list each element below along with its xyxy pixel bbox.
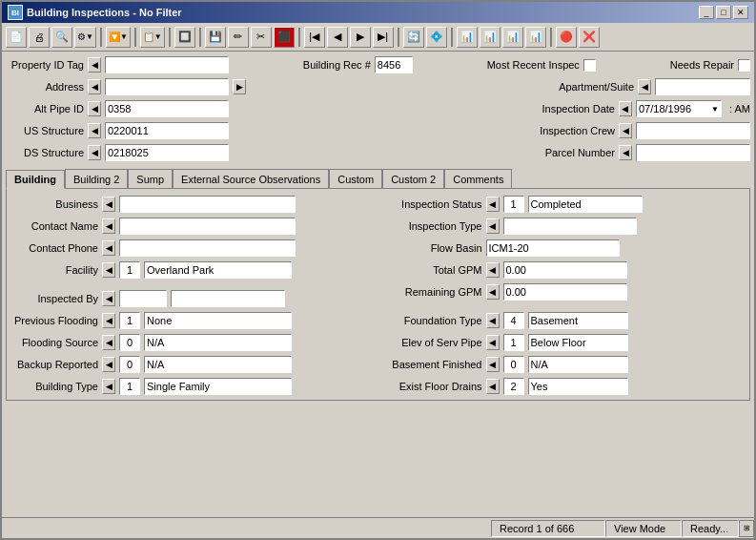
tools-dropdown[interactable]: ⚙▼ [74,27,96,48]
prev-flooding-btn[interactable]: ◀ [102,313,115,328]
first-button[interactable]: |◀ [304,27,325,48]
flooding-source-input[interactable] [144,334,292,351]
facility-btn[interactable]: ◀ [102,262,115,278]
report3-button[interactable]: 📊 [502,27,523,48]
inspected-by-btn[interactable]: ◀ [102,291,115,306]
close-button[interactable]: ✕ [733,6,748,19]
us-structure-btn[interactable]: ◀ [88,123,101,138]
stop-button[interactable]: ❌ [579,27,600,48]
apartment-input[interactable] [655,78,750,95]
flooding-source-btn[interactable]: ◀ [102,335,115,350]
prev-button[interactable]: ◀ [327,27,348,48]
exist-input[interactable] [528,378,628,395]
total-gpm-input[interactable] [503,261,627,279]
building-rec-input[interactable] [375,56,413,73]
insp-status-btn[interactable]: ◀ [486,197,500,212]
insp-status-num[interactable] [503,196,524,213]
total-gpm-btn[interactable]: ◀ [486,262,500,278]
foundation-btn[interactable]: ◀ [486,313,500,328]
tab-custom2[interactable]: Custom 2 [382,169,444,188]
tab-sump[interactable]: Sump [128,169,173,188]
address-btn[interactable]: ◀ [88,79,101,94]
tab-external-source[interactable]: External Source Observations [173,169,329,188]
report2-button[interactable]: 📊 [480,27,501,48]
remaining-gpm-input[interactable] [503,283,627,301]
cut-button[interactable]: ✂ [251,27,272,48]
save-button[interactable]: 💾 [205,27,226,48]
refresh-button[interactable]: 🔄 [403,27,424,48]
bldg-type-num[interactable] [119,378,140,395]
basement-num[interactable] [503,356,524,373]
building-type-btn[interactable]: ◀ [102,379,115,394]
next-button[interactable]: ▶ [350,27,371,48]
inspected-by-name-input[interactable] [171,290,285,307]
minimize-button[interactable]: _ [699,6,714,19]
address-btn2[interactable]: ▶ [233,79,246,94]
property-id-btn[interactable]: ◀ [88,57,101,73]
basement-input[interactable] [528,356,628,373]
most-recent-checkbox[interactable] [583,59,596,72]
property-id-input[interactable] [105,56,229,73]
contact-name-btn[interactable]: ◀ [102,218,115,234]
edit-button[interactable]: ✏ [228,27,249,48]
prev-flooding-input[interactable] [144,312,292,329]
insp-crew-btn[interactable]: ◀ [619,123,632,138]
inspected-by-input[interactable] [119,290,167,307]
contact-phone-btn[interactable]: ◀ [102,240,115,256]
flag-button[interactable]: 🔴 [556,27,577,48]
report1-button[interactable]: 📊 [457,27,478,48]
exist-btn[interactable]: ◀ [486,379,500,394]
map-button[interactable]: 💠 [426,27,447,48]
scrollbar-thumb[interactable]: ⊞ [739,520,754,537]
new-button[interactable]: 📄 [6,27,27,48]
filter-dropdown[interactable]: 🔽▼ [106,27,131,48]
needs-repair-checkbox[interactable] [738,59,750,72]
remaining-gpm-btn[interactable]: ◀ [486,284,500,300]
foundation-input[interactable] [528,312,628,329]
facility-input[interactable] [144,261,292,279]
view-dropdown[interactable]: 📋▼ [140,27,165,48]
backup-input[interactable] [144,356,292,373]
tab-comments[interactable]: Comments [444,169,512,188]
search-button[interactable]: 🔍 [51,27,72,48]
tab-building[interactable]: Building [6,170,65,189]
maximize-button[interactable]: □ [716,6,731,19]
parcel-btn[interactable]: ◀ [619,145,632,160]
elev-btn[interactable]: ◀ [486,335,500,350]
tab-building2[interactable]: Building 2 [65,169,128,188]
alt-pipe-input[interactable] [105,100,229,117]
basement-btn[interactable]: ◀ [486,357,500,372]
inspection-date-select[interactable]: 07/18/1996 ▼ [636,100,722,117]
elev-num[interactable] [503,334,524,351]
inspection-crew-input[interactable] [636,122,750,139]
print-button[interactable]: 🖨 [29,27,50,48]
backup-num[interactable] [119,356,140,373]
insp-status-input[interactable] [528,196,643,213]
flow-basin-input[interactable] [486,239,620,257]
flooding-source-num[interactable] [119,334,140,351]
ds-structure-input[interactable] [105,144,229,161]
insp-type-btn[interactable]: ◀ [486,218,500,234]
delete-button[interactable]: ⬛ [274,27,295,48]
us-structure-input[interactable] [105,122,229,139]
parcel-number-input[interactable] [636,144,750,161]
backup-reported-btn[interactable]: ◀ [102,357,115,372]
insp-type-input[interactable] [503,218,637,235]
foundation-num[interactable] [503,312,524,329]
business-btn[interactable]: ◀ [102,197,115,212]
report4-button[interactable]: 📊 [525,27,546,48]
last-button[interactable]: ▶| [373,27,394,48]
tab-custom[interactable]: Custom [329,169,382,188]
contact-name-input[interactable] [119,218,296,235]
business-input[interactable] [119,196,296,213]
alt-pipe-btn[interactable]: ◀ [88,101,101,116]
prev-flooding-num[interactable] [119,312,140,329]
grid-button[interactable]: 🔲 [174,27,195,48]
elev-input[interactable] [528,334,628,351]
insp-date-btn[interactable]: ◀ [619,101,632,116]
exist-num[interactable] [503,378,524,395]
facility-num[interactable] [119,261,140,279]
apartment-btn[interactable]: ◀ [638,79,651,94]
building-type-input[interactable] [144,378,292,395]
address-input[interactable] [105,78,229,95]
